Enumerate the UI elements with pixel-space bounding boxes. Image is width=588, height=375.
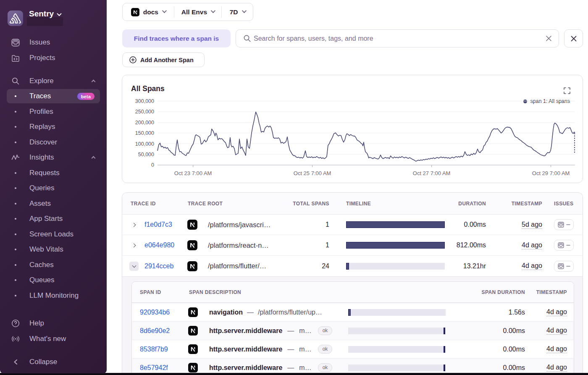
svg-text:100,000: 100,000 [135, 141, 154, 147]
svg-text:Oct 29 7:00 AM: Oct 29 7:00 AM [532, 170, 570, 176]
svg-text:Oct 23 7:00 AM: Oct 23 7:00 AM [174, 170, 212, 176]
svg-text:300,000: 300,000 [135, 98, 154, 104]
svg-text:50,000: 50,000 [138, 152, 154, 157]
svg-text:200,000: 200,000 [135, 120, 154, 126]
svg-text:0: 0 [151, 162, 154, 168]
svg-text:Oct 27 7:00 AM: Oct 27 7:00 AM [413, 170, 451, 176]
svg-text:Oct 25 7:00 AM: Oct 25 7:00 AM [294, 170, 331, 176]
svg-text:150,000: 150,000 [135, 130, 154, 136]
svg-text:250,000: 250,000 [135, 109, 154, 115]
